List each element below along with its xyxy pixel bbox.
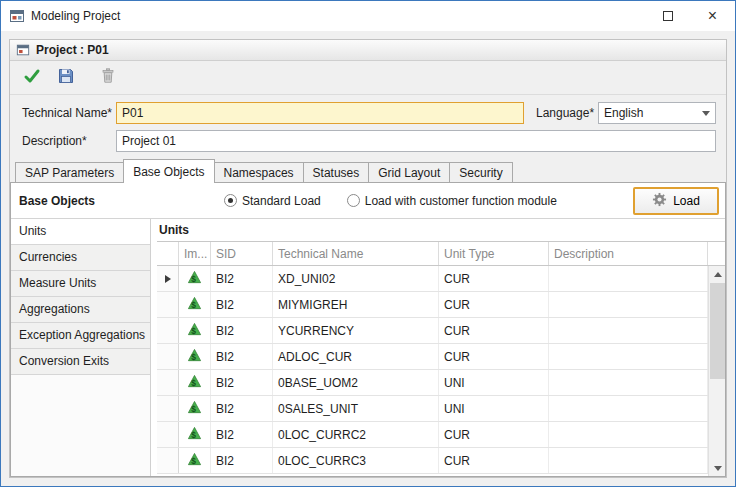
cell-technical-name[interactable]: 0SALES_UNIT <box>273 396 439 421</box>
cell-technical-name[interactable]: 0BASE_UOM2 <box>273 370 439 395</box>
cell-unit-type[interactable]: CUR <box>439 422 549 447</box>
cell-description[interactable] <box>549 448 708 473</box>
cell-description[interactable] <box>549 266 708 291</box>
row-selector-cell[interactable] <box>157 370 179 395</box>
cell-unit-type[interactable]: CUR <box>439 266 549 291</box>
import-cell[interactable]: $ <box>179 396 211 421</box>
table-row[interactable]: $ BI2 YCURRENCY CUR <box>157 318 708 344</box>
description-row: Description* <box>22 130 716 152</box>
cell-unit-type[interactable]: CUR <box>439 344 549 369</box>
row-selector-cell[interactable] <box>157 344 179 369</box>
nav-item-exception-aggregations[interactable]: Exception Aggregations <box>11 323 150 349</box>
row-selector-cell[interactable] <box>157 448 179 473</box>
table-row[interactable]: $ BI2 0SALES_UNIT UNI <box>157 396 708 422</box>
tab-statuses[interactable]: Statuses <box>303 162 370 183</box>
cell-unit-type[interactable]: CUR <box>439 448 549 473</box>
import-cell[interactable]: $ <box>179 318 211 343</box>
cell-technical-name[interactable]: 0LOC_CURRC2 <box>273 422 439 447</box>
scroll-up-button[interactable] <box>709 266 725 282</box>
scroll-thumb[interactable] <box>710 283 725 379</box>
nav-item-currencies[interactable]: Currencies <box>11 245 150 271</box>
table-row[interactable]: $ BI2 0LOC_CURRC3 CUR <box>157 448 708 474</box>
cell-technical-name[interactable]: YCURRENCY <box>273 318 439 343</box>
tab-security[interactable]: Security <box>449 162 512 183</box>
import-cell[interactable]: $ <box>179 344 211 369</box>
table-row[interactable]: $ BI2 MIYMIGREH CUR <box>157 292 708 318</box>
import-cell[interactable]: $ <box>179 266 211 291</box>
row-selector-cell[interactable] <box>157 396 179 421</box>
trash-icon <box>99 67 117 88</box>
language-select[interactable]: English <box>598 102 716 124</box>
description-input[interactable] <box>116 130 716 152</box>
cell-sid[interactable]: BI2 <box>211 318 273 343</box>
tab-sap-parameters[interactable]: SAP Parameters <box>15 162 124 183</box>
radio-customer-function[interactable]: Load with customer function module <box>347 194 557 208</box>
cell-description[interactable] <box>549 396 708 421</box>
row-selector-cell[interactable] <box>157 318 179 343</box>
modeling-project-window: Modeling Project × Project : P01 <box>0 0 736 487</box>
import-cell[interactable]: $ <box>179 448 211 473</box>
cell-unit-type[interactable]: UNI <box>439 370 549 395</box>
cell-sid[interactable]: BI2 <box>211 422 273 447</box>
cell-description[interactable] <box>549 422 708 447</box>
load-button[interactable]: Load <box>633 187 719 215</box>
cell-technical-name[interactable]: 0LOC_CURRC3 <box>273 448 439 473</box>
radio-standard-load[interactable]: Standard Load <box>224 194 321 208</box>
cell-sid[interactable]: BI2 <box>211 396 273 421</box>
cell-unit-type[interactable]: CUR <box>439 318 549 343</box>
tab-strip: SAP Parameters Base Objects Namespaces S… <box>10 159 726 183</box>
scroll-down-button[interactable] <box>709 460 725 476</box>
save-button[interactable] <box>54 66 78 90</box>
svg-text:$: $ <box>191 377 196 387</box>
table-row[interactable]: $ BI2 ADLOC_CUR CUR <box>157 344 708 370</box>
header-import[interactable]: Im... <box>179 242 211 265</box>
tab-grid-layout[interactable]: Grid Layout <box>368 162 450 183</box>
cell-description[interactable] <box>549 318 708 343</box>
technical-name-input[interactable] <box>116 102 524 124</box>
nav-item-aggregations[interactable]: Aggregations <box>11 297 150 323</box>
cell-sid[interactable]: BI2 <box>211 370 273 395</box>
nav-item-units[interactable]: Units <box>11 219 150 245</box>
header-description[interactable]: Description <box>549 242 708 265</box>
language-dropdown-button[interactable] <box>697 103 715 123</box>
table-row[interactable]: $ BI2 0LOC_CURRC2 CUR <box>157 422 708 448</box>
import-cell[interactable]: $ <box>179 292 211 317</box>
cell-sid[interactable]: BI2 <box>211 344 273 369</box>
tab-namespaces[interactable]: Namespaces <box>214 162 304 183</box>
import-cell[interactable]: $ <box>179 422 211 447</box>
cell-technical-name[interactable]: ADLOC_CUR <box>273 344 439 369</box>
cell-description[interactable] <box>549 292 708 317</box>
save-icon <box>57 67 75 88</box>
toolbar <box>10 61 726 95</box>
row-selector-cell[interactable] <box>157 422 179 447</box>
table-row[interactable]: $ BI2 XD_UNI02 CUR <box>157 266 708 292</box>
cell-technical-name[interactable]: XD_UNI02 <box>273 266 439 291</box>
language-label: Language* <box>536 106 598 120</box>
cell-sid[interactable]: BI2 <box>211 448 273 473</box>
header-unit-type[interactable]: Unit Type <box>439 242 549 265</box>
confirm-button[interactable] <box>20 66 44 90</box>
nav-item-conversion-exits[interactable]: Conversion Exits <box>11 349 150 375</box>
import-cell[interactable]: $ <box>179 370 211 395</box>
close-button[interactable]: × <box>690 1 735 31</box>
cell-description[interactable] <box>549 370 708 395</box>
table-row[interactable]: $ BI2 0BASE_UOM2 UNI <box>157 370 708 396</box>
units-table-viewport: $ BI2 XD_UNI02 CUR <box>157 266 725 476</box>
load-mode-radios: Standard Load Load with customer functio… <box>224 194 557 208</box>
cell-description[interactable] <box>549 344 708 369</box>
delete-button[interactable] <box>96 66 120 90</box>
description-label: Description* <box>22 134 116 148</box>
cell-sid[interactable]: BI2 <box>211 292 273 317</box>
cell-sid[interactable]: BI2 <box>211 266 273 291</box>
vertical-scrollbar[interactable] <box>708 266 725 476</box>
row-selector-cell[interactable] <box>157 266 179 291</box>
cell-technical-name[interactable]: MIYMIGREH <box>273 292 439 317</box>
row-selector-cell[interactable] <box>157 292 179 317</box>
header-technical-name[interactable]: Technical Name <box>273 242 439 265</box>
maximize-button[interactable] <box>645 1 690 31</box>
cell-unit-type[interactable]: CUR <box>439 292 549 317</box>
tab-base-objects[interactable]: Base Objects <box>123 159 214 183</box>
header-sid[interactable]: SID <box>211 242 273 265</box>
cell-unit-type[interactable]: UNI <box>439 396 549 421</box>
nav-item-measure-units[interactable]: Measure Units <box>11 271 150 297</box>
